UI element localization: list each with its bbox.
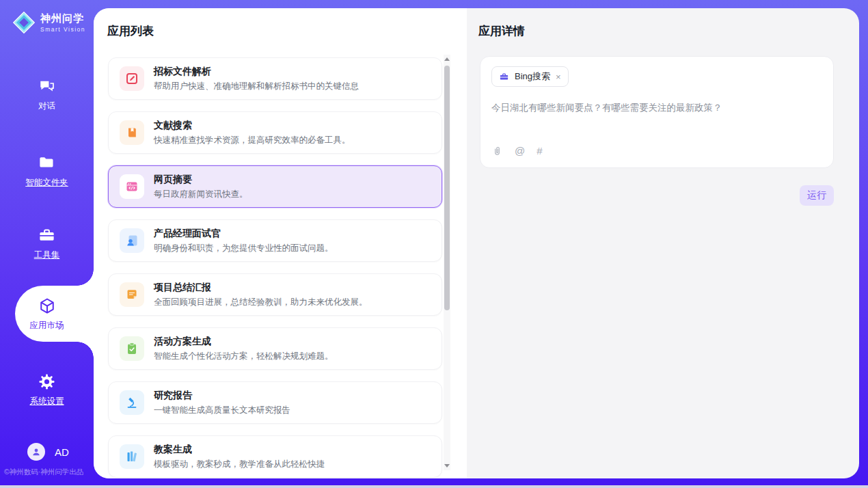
sidebar-item-smart-folder[interactable]: 智能文件夹 — [0, 154, 94, 189]
app-card-desc: 全面回顾项目进展，总结经验教训，助力未来优化发展。 — [154, 297, 368, 308]
app-detail-panel: 应用详情 Bing搜索 × 今日湖北有哪些新闻要点？有哪些需要关注的最新政策？ … — [467, 8, 859, 478]
app-card-lesson-plan-generation[interactable]: 教案生成 模板驱动，教案秒成，教学准备从此轻松快捷 — [108, 435, 442, 478]
app-card-title: 文献搜索 — [154, 120, 351, 132]
toolbox-icon — [0, 226, 94, 245]
app-card-list: 招标文件解析 帮助用户快速、准确地理解和解析招标书中的关键信息 文献搜索 快速精… — [108, 57, 442, 478]
sidebar-item-label: 智能文件夹 — [25, 177, 68, 189]
app-card-title: 教案生成 — [154, 444, 325, 456]
app-card-desc: 每日政府新闻资讯快查。 — [154, 189, 248, 200]
app-card-bid-document-analysis[interactable]: 招标文件解析 帮助用户快速、准确地理解和解析招标书中的关键信息 — [108, 57, 442, 100]
app-card-text: 项目总结汇报 全面回顾项目进展，总结经验教训，助力未来优化发展。 — [154, 282, 368, 308]
sidebar: 神州问学 Smart Vision 对话 智能文件夹 工具集 — [0, 0, 94, 488]
bottom-edge-strip — [0, 485, 868, 488]
chip-close-icon[interactable]: × — [556, 72, 561, 81]
app-card-pm-interviewer[interactable]: 产品经理面试官 明确身份和职责，为您提供专业性的面试问题。 — [108, 219, 442, 262]
run-button[interactable]: 运行 — [800, 185, 834, 206]
main-content: 应用列表 招标文件解析 帮助用户快速、准确地理解和解析招标书中的关键信息 — [94, 8, 859, 478]
user-profile[interactable]: AD — [27, 443, 69, 461]
brand-logo: 神州问学 Smart Vision — [12, 11, 85, 34]
app-card-title: 活动方案生成 — [154, 336, 334, 348]
sidebar-item-label: 系统设置 — [30, 396, 64, 407]
composer-toolbar: @ # — [491, 145, 543, 157]
brand-diamond-icon — [12, 11, 36, 34]
user-name: AD — [55, 446, 69, 458]
app-card-title: 产品经理面试官 — [154, 228, 334, 240]
brand-subtitle: Smart Vision — [40, 26, 85, 33]
app-card-text: 招标文件解析 帮助用户快速、准确地理解和解析招标书中的关键信息 — [154, 66, 359, 92]
app-card-title: 网页摘要 — [154, 174, 248, 186]
app-list-scrollbar[interactable] — [444, 55, 450, 470]
app-card-research-report[interactable]: 研究报告 一键智能生成高质量长文本研究报告 — [108, 381, 442, 424]
browser-code-icon — [120, 174, 144, 199]
app-card-desc: 快速精准查找学术资源，提高研究效率的必备工具。 — [154, 135, 351, 146]
app-card-web-summary[interactable]: 网页摘要 每日政府新闻资讯快查。 — [108, 165, 442, 208]
copyright-text: ©神州数码·神州问学出品 — [4, 467, 83, 477]
sidebar-item-label: 对话 — [38, 100, 55, 112]
app-card-text: 文献搜索 快速精准查找学术资源，提高研究效率的必备工具。 — [154, 120, 351, 146]
sidebar-item-app-market[interactable]: 应用市场 — [0, 297, 94, 331]
gear-icon — [0, 372, 94, 391]
app-card-text: 教案生成 模板驱动，教案秒成，教学准备从此轻松快捷 — [154, 444, 325, 470]
interviewer-icon — [120, 228, 144, 253]
hash-icon[interactable]: # — [537, 145, 542, 157]
cube-icon — [0, 297, 94, 315]
brand-name: 神州问学 — [40, 12, 85, 25]
app-card-text: 活动方案生成 智能生成个性化活动方案，轻松解决规划难题。 — [154, 336, 334, 362]
paperclip-icon[interactable] — [491, 145, 503, 157]
app-card-project-summary[interactable]: 项目总结汇报 全面回顾项目进展，总结经验教训，助力未来优化发展。 — [108, 273, 442, 316]
app-list-panel: 应用列表 招标文件解析 帮助用户快速、准确地理解和解析招标书中的关键信息 — [94, 8, 467, 478]
app-card-text: 产品经理面试官 明确身份和职责，为您提供专业性的面试问题。 — [154, 228, 334, 254]
app-card-text: 网页摘要 每日政府新闻资讯快查。 — [154, 174, 248, 200]
app-list-title: 应用列表 — [107, 23, 154, 39]
app-card-desc: 模板驱动，教案秒成，教学准备从此轻松快捷 — [154, 459, 325, 470]
sidebar-item-settings[interactable]: 系统设置 — [0, 372, 94, 407]
sidebar-item-label: 应用市场 — [30, 320, 64, 331]
app-card-desc: 一键智能生成高质量长文本研究报告 — [154, 405, 290, 416]
app-card-text: 研究报告 一键智能生成高质量长文本研究报告 — [154, 390, 290, 416]
prompt-card: Bing搜索 × 今日湖北有哪些新闻要点？有哪些需要关注的最新政策？ @ # — [480, 56, 834, 168]
tool-chip-bing-search[interactable]: Bing搜索 × — [491, 66, 569, 87]
briefcase-icon — [499, 72, 509, 82]
prompt-input[interactable]: 今日湖北有哪些新闻要点？有哪些需要关注的最新政策？ — [491, 102, 822, 114]
books-icon — [120, 444, 144, 469]
tool-chip-label: Bing搜索 — [515, 70, 550, 83]
sidebar-item-toolset[interactable]: 工具集 — [0, 226, 94, 261]
edit-document-icon — [120, 66, 144, 91]
app-card-desc: 明确身份和职责，为您提供专业性的面试问题。 — [154, 243, 334, 254]
app-card-desc: 帮助用户快速、准确地理解和解析招标书中的关键信息 — [154, 81, 359, 92]
app-card-event-plan-generation[interactable]: 活动方案生成 智能生成个性化活动方案，轻松解决规划难题。 — [108, 327, 442, 370]
folder-icon — [0, 154, 94, 172]
mention-icon[interactable]: @ — [515, 145, 525, 157]
app-card-title: 招标文件解析 — [154, 66, 359, 78]
app-card-literature-search[interactable]: 文献搜索 快速精准查找学术资源，提高研究效率的必备工具。 — [108, 111, 442, 154]
clipboard-check-icon — [120, 336, 144, 361]
note-icon — [120, 282, 144, 307]
scrollbar-thumb[interactable] — [444, 66, 450, 310]
app-card-title: 项目总结汇报 — [154, 282, 368, 294]
microscope-icon — [120, 390, 144, 415]
sidebar-item-label: 工具集 — [34, 249, 60, 261]
app-card-desc: 智能生成个性化活动方案，轻松解决规划难题。 — [154, 351, 334, 362]
chat-icon — [0, 77, 94, 96]
book-icon — [120, 120, 144, 145]
app-detail-title: 应用详情 — [478, 23, 525, 39]
scrollbar-down-arrow-icon[interactable] — [444, 464, 450, 467]
scrollbar-up-arrow-icon[interactable] — [444, 57, 450, 61]
user-avatar-icon — [27, 443, 45, 461]
sidebar-item-chat[interactable]: 对话 — [0, 77, 94, 112]
app-card-title: 研究报告 — [154, 390, 290, 402]
